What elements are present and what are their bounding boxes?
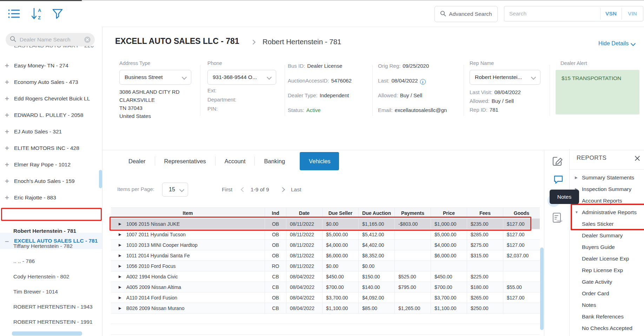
row-expand-icon[interactable]: ▶ — [119, 306, 121, 310]
pagination-next-icon[interactable] — [280, 187, 285, 192]
sidebar-item-easy-money-tn-274[interactable]: +Easy Money- TN - 274 — [0, 58, 102, 74]
pagination-first[interactable]: First — [222, 186, 232, 193]
row-expand-icon[interactable]: ▶ — [119, 296, 121, 299]
column-header-date[interactable]: Date — [286, 208, 323, 218]
report-item-inspection-summary[interactable]: ▶Inspection Summary — [569, 183, 644, 195]
expand-plus-icon[interactable]: + — [0, 78, 14, 86]
expand-plus-icon[interactable]: + — [0, 128, 14, 136]
table-row-1010-2013-mini-cooper-hardtop[interactable]: ▶1010 2013 MINI Cooper HardtopOB08/11/20… — [111, 240, 540, 250]
address-type-select[interactable]: Business Street — [119, 70, 191, 85]
sidebar-rep-robert-hertenstein-1991[interactable]: ROBERT HERTENSTEIN - 1991 — [0, 314, 102, 330]
sidebar-item-edward-l-pulley-2058[interactable]: +EDWARD L. PULLEY - 2058 — [0, 107, 102, 123]
info-icon[interactable]: i — [420, 79, 426, 85]
table-row-b026-2009-nissan-murano[interactable]: ▶B026 2009 Nissan MuranoCB08/04/2022$1,1… — [111, 303, 540, 314]
dealer-name-search-input[interactable] — [19, 36, 81, 43]
table-row-1007-2011-hyundai-tucson[interactable]: ▶1007 2011 Hyundai TucsonOB08/11/2022$5,… — [111, 229, 540, 240]
report-item-no-checks-accepted[interactable]: No Checks Accepted — [569, 322, 644, 334]
column-header-payments[interactable]: Payments — [395, 208, 431, 218]
report-item-dealer-summary[interactable]: Dealer Summary — [569, 230, 644, 241]
sidebar-rep-robert-hertenstein-781[interactable]: Robert Hertenstein - 781 — [0, 223, 102, 239]
sort-az-icon[interactable]: A Z — [31, 7, 42, 21]
table-row-1006-2015-nissan-juke[interactable]: ▶1006 2015 Nissan JUKEOB08/11/2022$0.00$… — [111, 219, 540, 229]
list-icon[interactable] — [8, 9, 20, 20]
rep-name-select[interactable]: Robert Hertenstei... — [470, 70, 540, 85]
pagination-last[interactable]: Last — [291, 186, 301, 193]
sidebar-rep-tiffany-hertenstein-782[interactable]: Tiffany Hertenstein - 782 — [0, 238, 102, 254]
expand-plus-icon[interactable]: + — [0, 62, 14, 70]
sidebar-rep-cody-hertenstein-802[interactable]: Cody Hertenstein - 802 — [0, 269, 102, 284]
sidebar-item-elite-motors-inc-428[interactable]: +ELITE MOTORS INC - 428 — [0, 140, 102, 156]
edit-icon[interactable] — [552, 156, 563, 168]
sidebar-item-elmer-ray-pope-1012[interactable]: +Elmer Ray Pope - 1012 — [0, 157, 102, 173]
expand-plus-icon[interactable]: + — [0, 161, 14, 169]
triangle-down-icon[interactable]: ▼ — [575, 210, 578, 214]
chat-icon[interactable] — [553, 175, 563, 186]
breadcrumb-representative[interactable]: Robert Hertenstein - 781 — [263, 38, 341, 46]
sidebar-rep-robert-hertenstein-1943[interactable]: ROBERT HERTENSTEIN - 1943 — [0, 299, 102, 315]
expand-plus-icon[interactable]: + — [0, 194, 14, 202]
phone-select[interactable]: 931-368-9544 O... — [207, 70, 276, 85]
table-row-1011-2014-hyundai-santa-fe[interactable]: ▶1011 2014 Hyundai Santa FeOB08/11/2022$… — [111, 250, 540, 261]
column-header-item[interactable]: Item — [111, 208, 265, 218]
expand-plus-icon[interactable]: + — [0, 111, 14, 119]
clipped-dealer-item[interactable]: EASTLAND AUTO MART - 220 — [0, 46, 102, 51]
filter-icon[interactable] — [52, 8, 63, 21]
sidebar-rep-tim-brewer-1014[interactable]: Tim Brewer - 1014 — [0, 284, 102, 299]
expand-plus-icon[interactable]: + — [0, 95, 14, 103]
close-icon[interactable] — [634, 155, 641, 162]
table-row-a002-1994-honda-civic[interactable]: ▶A002 1994 Honda CivicCB08/04/2022$450.0… — [111, 271, 540, 282]
vin-button[interactable]: VIN — [622, 6, 643, 21]
row-expand-icon[interactable]: ▶ — [119, 285, 121, 289]
expand-plus-icon[interactable]: + — [0, 144, 14, 152]
sidebar-horizontal-scrollbar[interactable] — [12, 331, 82, 336]
breadcrumb-dealer[interactable]: EXCELL AUTO SALES LLC - 781 — [115, 37, 239, 46]
table-vertical-scrollbar[interactable] — [540, 248, 544, 330]
row-expand-icon[interactable]: ▶ — [119, 253, 121, 257]
sidebar-item-economy-auto-sales-473[interactable]: +Economy Auto Sales - 473 — [0, 74, 102, 90]
tab-banking[interactable]: Banking — [255, 152, 294, 170]
report-item-rep-license-exp[interactable]: Rep License Exp — [569, 264, 644, 276]
triangle-right-icon[interactable]: ▶ — [575, 176, 578, 179]
table-row-a005-2009-nissan-altima[interactable]: ▶A005 2009 Nissan AltimaCB08/04/2022$700… — [111, 282, 540, 292]
tab-vehicles[interactable]: Vehicles — [300, 152, 339, 170]
expand-plus-icon[interactable]: + — [0, 177, 14, 185]
pagination-prev-icon[interactable] — [241, 187, 246, 192]
report-item-account-reports[interactable]: ▶Account Reports — [569, 195, 644, 206]
sidebar-item-edd-rogers-chevrolet-buick-ll[interactable]: +Edd Rogers Chevrolet Buick LL — [0, 91, 102, 107]
sidebar-item-ej-auto-sales-321[interactable]: +EJ Auto Sales - 321 — [0, 124, 102, 140]
column-header-goods[interactable]: Goods — [503, 208, 540, 218]
column-header-due-seller[interactable]: Due Seller — [323, 208, 359, 218]
report-item-sales-sticker[interactable]: Sales Sticker — [569, 218, 644, 230]
search-input[interactable] — [504, 6, 600, 21]
sidebar-vertical-scrollbar[interactable] — [99, 170, 102, 188]
column-header-price[interactable]: Price — [431, 208, 467, 218]
column-header-ind[interactable]: Ind — [265, 208, 286, 218]
column-header-due-auction[interactable]: Due Auction — [359, 208, 395, 218]
row-expand-icon[interactable]: ▶ — [119, 243, 121, 247]
report-item-gate-activity[interactable]: Gate Activity — [569, 276, 644, 288]
items-per-page-select[interactable]: 15 — [162, 183, 188, 197]
row-expand-icon[interactable]: ▶ — [119, 222, 121, 226]
clear-search-icon[interactable] — [84, 37, 91, 43]
row-expand-icon[interactable]: ▶ — [119, 275, 121, 278]
report-item-notes[interactable]: Notes — [569, 299, 644, 311]
column-header-fees[interactable]: Fees — [467, 208, 503, 218]
table-row-a110-2014-ford-fusion[interactable]: ▶A110 2014 Ford FusionOB08/04/2022$3,700… — [111, 292, 540, 303]
oem-document-icon[interactable]: OEM — [552, 212, 563, 225]
report-item-summary-statements[interactable]: ▶Summary Statements — [569, 172, 644, 183]
table-row-1056-2010-ford-focus[interactable]: ▶1056 2010 Ford FocusRO08/11/2022$0.00$0… — [111, 261, 540, 271]
report-item-order-card[interactable]: Order Card — [569, 288, 644, 299]
sidebar-rep-786[interactable]: .. .. - 786 — [0, 253, 102, 269]
sidebar-item-enoch-s-auto-sales-159[interactable]: +Enoch's Auto Sales - 159 — [0, 173, 102, 189]
advanced-search-button[interactable]: Advanced Search — [434, 6, 498, 22]
tab-dealer[interactable]: Dealer — [119, 152, 155, 170]
report-item-administrative-reports[interactable]: ▼Administrative Reports — [569, 206, 644, 218]
row-expand-icon[interactable]: ▶ — [119, 232, 121, 236]
tab-representatives[interactable]: Representatives — [155, 152, 215, 170]
report-item-bank-references[interactable]: Bank References — [569, 311, 644, 322]
vsn-button[interactable]: VSN — [600, 6, 622, 21]
row-expand-icon[interactable]: ▶ — [119, 264, 121, 268]
report-item-buyers-guide[interactable]: Buyers Guide — [569, 241, 644, 253]
tab-account[interactable]: Account — [215, 152, 255, 170]
sidebar-item-eric-rajotte-883[interactable]: +Eric Rajotte - 883 — [0, 190, 102, 206]
